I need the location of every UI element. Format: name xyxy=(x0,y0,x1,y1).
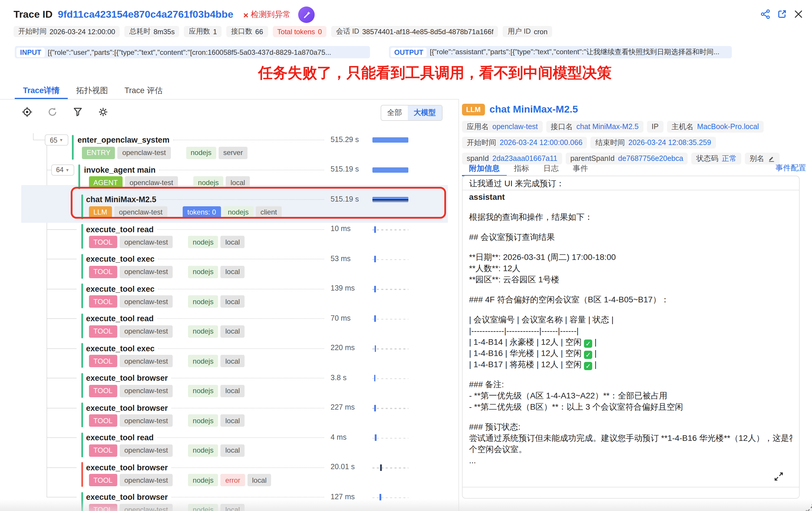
span-indicator xyxy=(81,402,83,427)
timeline-dash xyxy=(372,497,408,498)
duration-tick xyxy=(375,434,376,441)
span-indicator xyxy=(81,462,83,487)
tree-connector xyxy=(47,318,77,319)
content-line: 尝试通过系统预订但未能成功完成。建议您手动预订 **1-4-B16 华光楼**（… xyxy=(469,433,792,444)
detail-pill: 主机名MacBook-Pro.local xyxy=(667,121,764,133)
detail-pill: 开始时间2026-03-24 12:00:00.066 xyxy=(462,137,587,148)
span-indicator xyxy=(81,254,83,279)
span-indicator xyxy=(71,135,74,160)
detail-tab-2[interactable]: 日志 xyxy=(536,163,566,174)
tag-openclaw-test: openclaw-test xyxy=(120,325,173,337)
content-line: 个空闲会议室。 xyxy=(469,444,792,455)
content-line: ### 预订状态: xyxy=(469,421,792,433)
span-name[interactable]: execute_tool read xyxy=(86,433,154,442)
tree-connector xyxy=(47,229,77,230)
content-line: **日期**: 2026-03-31 (周二) 17:00-18:00 xyxy=(469,252,792,263)
collapse-box-65[interactable]: 65▼ xyxy=(45,134,68,146)
span-timeline xyxy=(372,253,408,265)
content-line: 根据我的查询和操作，结果如下： xyxy=(469,211,792,223)
tag-openclaw-test: openclaw-test xyxy=(120,385,173,397)
span-name[interactable]: enter_openclaw_system xyxy=(78,136,169,144)
span-duration: 515.19 s xyxy=(330,165,371,173)
content-line: ## 会议室预订查询结果 xyxy=(469,232,792,243)
span-timeline xyxy=(372,431,408,444)
panel-divider[interactable] xyxy=(459,99,459,511)
duration-tick xyxy=(374,286,376,292)
span-indicator xyxy=(78,165,80,189)
content-line xyxy=(469,413,792,421)
close-icon[interactable] xyxy=(793,9,804,20)
timeline-dash xyxy=(372,467,408,468)
span-indicator xyxy=(81,373,83,398)
duration-tick xyxy=(374,226,376,232)
tag-openclaw-test: openclaw-test xyxy=(118,146,171,159)
timeline-dash xyxy=(372,289,408,290)
span-duration: 220 ms xyxy=(330,344,371,352)
timeline-dash xyxy=(372,318,408,319)
content-line: ... xyxy=(469,455,792,466)
span-tags: TOOLopenclaw-testnodejslocal xyxy=(89,355,244,367)
tag-openclaw-test: openclaw-test xyxy=(120,355,173,367)
span-duration: 227 ms xyxy=(330,403,371,411)
tag-server: server xyxy=(219,146,248,159)
span-name[interactable]: execute_tool browser xyxy=(86,463,168,472)
detail-pill: 结束时间2026-03-24 12:08:35.259 xyxy=(591,137,716,148)
tag-error: error xyxy=(221,474,245,486)
share-icon[interactable] xyxy=(760,9,771,20)
tree-connector xyxy=(47,348,77,349)
leader-line xyxy=(158,348,324,349)
expand-icon[interactable] xyxy=(774,472,784,482)
span-timeline xyxy=(372,282,408,295)
content-line xyxy=(469,243,792,252)
span-tags: TOOLopenclaw-testnodejserrorlocal xyxy=(89,474,271,486)
leader-line xyxy=(172,467,324,468)
leader-line xyxy=(172,378,324,378)
tree-connector xyxy=(47,259,77,259)
tree-connector xyxy=(47,467,77,468)
span-timeline xyxy=(372,223,408,236)
leader-line xyxy=(172,407,324,408)
tag-tool: TOOL xyxy=(89,295,117,308)
event-config-link[interactable]: 事件配置 xyxy=(776,163,806,173)
span-duration: 4 ms xyxy=(330,433,371,441)
span-name[interactable]: invoke_agent main xyxy=(84,165,155,174)
tag-tool: TOOL xyxy=(89,414,117,427)
leader-line xyxy=(158,259,324,259)
span-name[interactable]: execute_tool browser xyxy=(86,374,168,382)
tag-local: local xyxy=(221,355,244,367)
content-line: | 会议室编号 | 会议室名称 | 容量 | 状态 | xyxy=(469,314,792,325)
content-line xyxy=(469,223,792,232)
annotation-red-box xyxy=(71,187,446,219)
content-line: **园区**: 云谷园区 1号楼 xyxy=(469,274,792,285)
edit-icon[interactable] xyxy=(768,155,775,162)
span-name[interactable]: execute_tool browser xyxy=(86,403,168,412)
tag-nodejs: nodejs xyxy=(188,385,218,397)
duration-tick xyxy=(374,405,376,411)
content-line: |------------|------------|------|------… xyxy=(469,325,792,337)
span-name[interactable]: execute_tool exec xyxy=(86,344,155,353)
span-name[interactable]: execute_tool read xyxy=(86,314,154,323)
tag-nodejs: nodejs xyxy=(188,265,218,278)
span-name[interactable]: execute_tool exec xyxy=(86,255,155,263)
span-indicator xyxy=(81,284,83,308)
detail-tab-0[interactable]: 附加信息 xyxy=(462,163,507,174)
tag-local: local xyxy=(221,295,244,308)
content-line: | 1-4-B16 | 华光楼 | 12人 | 空闲 ✓ | xyxy=(469,348,792,359)
content-line: | 1-4-B14 | 永豪楼 | 12人 | 空闲 ✓ | xyxy=(469,337,792,348)
open-external-icon[interactable] xyxy=(777,9,787,20)
leader-line xyxy=(173,140,324,140)
check-emoji: ✓ xyxy=(584,340,592,348)
span-name[interactable]: execute_tool exec xyxy=(86,284,155,293)
tag-nodejs: nodejs xyxy=(188,355,218,367)
span-name[interactable]: execute_tool read xyxy=(86,225,154,234)
detail-tab-1[interactable]: 指标 xyxy=(507,163,536,174)
leader-line xyxy=(157,318,324,319)
collapse-box-64[interactable]: 64▼ xyxy=(51,164,74,175)
detail-tab-3[interactable]: 事件 xyxy=(566,163,595,174)
trace-detail-page: Trace ID 9fd11ca423154e870c4a2761f03b4bb… xyxy=(0,0,812,511)
content-line: **人数**: 12人 xyxy=(469,263,792,274)
duration-bar xyxy=(372,167,408,172)
span-duration: 53 ms xyxy=(330,254,371,262)
tag-local: local xyxy=(221,385,244,397)
tag-entry: ENTRY xyxy=(82,146,115,159)
